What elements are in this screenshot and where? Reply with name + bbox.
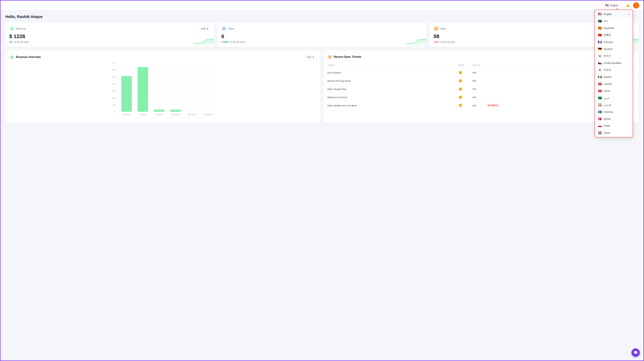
svg-text:400: 400 <box>112 83 115 85</box>
lang-item-no[interactable]: 🇳🇴 Norsk <box>595 88 633 94</box>
bar-Jul 2024[interactable] <box>138 67 148 112</box>
notifications-button[interactable]: 🔔 <box>625 2 631 8</box>
lang-name-en: English <box>604 13 612 16</box>
flag-icon-es: 🇪🇸 <box>598 26 602 30</box>
lang-item-zh[interactable]: 🇨🇳 普通话 <box>595 32 633 38</box>
ticket-subject-2: Major Design Flaw <box>328 88 458 90</box>
svg-text:500: 500 <box>112 76 115 78</box>
stat-card-client: ⊕ Client 6 +100% vs last 30 days <box>218 22 426 47</box>
flag-icon-da: 🇩🇰 <box>598 117 602 121</box>
ticket-subject-1: Resolve the bug issues <box>328 80 458 82</box>
language-dropdown: ↗ 🇺🇸 English ✓ 🇧🇩 বাংলা 🇪🇸 Española 🇨🇳 普… <box>594 10 633 138</box>
svg-text:Mar 2024: Mar 2024 <box>188 114 196 116</box>
table-row[interactable]: Daily Updates were not given 😤 #10 ⚑High… <box>328 102 635 110</box>
stat-badge-revenue: 0% <box>9 41 12 43</box>
revenue-title-text: Revenue Overview <box>16 56 41 59</box>
tickets-table: Subject Client Order Id Date Issue Raise… <box>328 62 635 110</box>
stat-currency-btn-revenue[interactable]: USD▼ <box>199 26 210 31</box>
lang-item-bn[interactable]: 🇧🇩 বাংলা <box>595 18 633 24</box>
bar-Apr 2024[interactable] <box>170 110 181 112</box>
lang-name-nl: Dutch <box>604 132 610 134</box>
flag-icon-no: 🇳🇴 <box>598 89 602 93</box>
chat-icon: 💬 <box>634 350 638 355</box>
tickets-card: 🎫 Recent Open Tickets Subject Client Ord… <box>324 50 638 122</box>
lang-name-no: Norsk <box>604 90 610 92</box>
stat-header-client: ⊕ Client <box>221 26 422 31</box>
avatar[interactable] <box>633 2 639 8</box>
lang-name-es: Española <box>604 27 614 30</box>
flag-icon-ko: 🇰🇷 <box>598 54 602 58</box>
lang-item-cs[interactable]: 🇨🇿 Česká republika <box>595 60 633 66</box>
header-right: 🇺🇸 English ▼ 🔔 <box>603 2 639 8</box>
stats-row: $ Revenue USD▼ $ 1226 0% vs last 30 days… <box>6 22 638 47</box>
revenue-card-title: $ Revenue Overview <box>9 54 41 60</box>
revenue-currency-button[interactable]: USD ▼ <box>304 55 316 60</box>
stat-header-revenue: $ Revenue USD▼ <box>9 26 210 31</box>
main-content: Hello, Rashik Hoque $ Revenue USD▼ $ 122… <box>0 10 644 127</box>
lang-item-sv[interactable]: 🇸🇪 Svenska <box>595 108 633 116</box>
lang-name-de: Deutsch <box>604 48 612 50</box>
bar-Jun 2024[interactable] <box>154 110 164 112</box>
stat-footer-client: +100% vs last 30 days <box>221 41 422 43</box>
flag-icon-lv: 🇱🇻 <box>598 82 602 86</box>
lang-item-de[interactable]: 🇩🇪 Deutsch <box>595 46 633 52</box>
lang-item-es[interactable]: 🇪🇸 Española <box>595 24 633 32</box>
table-row[interactable]: Major Design Flaw 😠 #63 <box>328 85 635 93</box>
ticket-orderid-3: #46 <box>472 96 486 99</box>
ticket-orderid-2: #63 <box>472 88 486 90</box>
lang-name-ja: 日本語 <box>604 68 611 72</box>
ticket-client-2: 😠 <box>458 87 472 91</box>
lang-label: English <box>610 4 618 7</box>
lang-item-pl[interactable]: 🇵🇱 Polski <box>595 122 633 129</box>
svg-text:100: 100 <box>112 104 115 106</box>
table-row[interactable]: Milestone not found 😐 #46 <box>328 93 635 102</box>
tickets-title-text: Recent Open Tickets <box>334 55 361 58</box>
bell-icon: 🔔 <box>626 4 630 7</box>
ticket-client-3: 😐 <box>458 95 472 99</box>
lang-item-it[interactable]: 🇮🇹 Italiano <box>595 74 633 80</box>
lang-name-it: Italiano <box>604 76 612 78</box>
language-button[interactable]: 🇺🇸 English ▼ <box>603 2 622 8</box>
lang-item-lv[interactable]: 🇱🇻 Latviski <box>595 80 633 88</box>
lang-item-fa[interactable]: 🇮🇷 فارسی <box>595 102 633 108</box>
lang-item-fr[interactable]: 🇫🇷 Français <box>595 38 633 46</box>
tickets-card-header: 🎫 Recent Open Tickets <box>328 54 635 59</box>
lang-item-ko[interactable]: 🇰🇷 한국인 <box>595 52 633 60</box>
col-orderid: Order Id <box>472 64 486 66</box>
lang-item-ja[interactable]: 🇯🇵 日本語 <box>595 66 633 74</box>
table-row[interactable]: Resolve the bug issues 😕 #56 <box>328 77 635 85</box>
col-subject: Subject <box>328 64 458 66</box>
lang-name-lv: Latviski <box>604 82 612 85</box>
stat-vs-text-order: vs last 30 days <box>440 41 455 43</box>
flag-icon-cs: 🇨🇿 <box>598 61 602 65</box>
svg-text:0: 0 <box>114 111 115 113</box>
svg-text:Nov 2024: Nov 2024 <box>122 114 131 116</box>
svg-text:600: 600 <box>112 69 115 71</box>
revenue-title-icon: $ <box>9 54 14 60</box>
svg-text:Jun 2024: Jun 2024 <box>155 114 163 116</box>
lang-name-ko: 한국인 <box>604 54 611 58</box>
lang-name-da: Dansk <box>604 118 611 120</box>
ticket-orderid-0: #56 <box>472 72 486 74</box>
header: 🇺🇸 English ▼ 🔔 <box>0 0 644 10</box>
lang-item-nl[interactable]: 🇳🇱 Dutch <box>595 129 633 136</box>
svg-text:Apr 2024: Apr 2024 <box>172 114 180 116</box>
svg-text:200: 200 <box>112 97 115 99</box>
ticket-client-4: 😤 <box>458 104 472 107</box>
stat-vs-text-revenue: vs last 30 days <box>14 41 29 43</box>
bar-Nov 2024[interactable] <box>121 76 132 112</box>
lang-item-ar[interactable]: 🇸🇦 عربي <box>595 94 633 102</box>
lang-item-en[interactable]: 🇺🇸 English ✓ <box>595 11 633 18</box>
chat-button[interactable]: 💬 <box>632 348 640 357</box>
flag-icon-fa: 🇮🇷 <box>598 103 602 107</box>
lang-item-da[interactable]: 🇩🇰 Dansk <box>595 116 633 122</box>
table-row[interactable]: Issue Raised 😐 #56 <box>328 68 635 77</box>
ticket-subject-4: Daily Updates were not given <box>328 104 458 107</box>
revenue-card-header: $ Revenue Overview USD ▼ <box>9 54 316 60</box>
lang-name-pl: Polski <box>604 124 610 127</box>
revenue-chevron-icon: ▼ <box>312 56 314 58</box>
stat-footer-revenue: 0% vs last 30 days <box>9 41 210 43</box>
flag-icon-ja: 🇯🇵 <box>598 68 602 72</box>
flag-icon-en: 🇺🇸 <box>598 12 602 16</box>
lang-name-cs: Česká republika <box>604 62 621 64</box>
